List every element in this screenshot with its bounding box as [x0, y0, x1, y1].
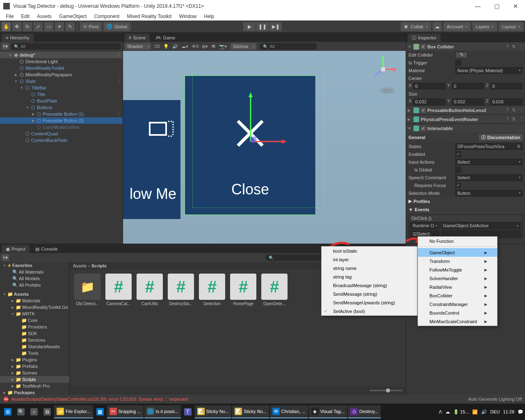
scale-tool-button[interactable]: ⤢ — [34, 22, 43, 31]
hierarchy-item[interactable]: ▶⬡MixedRealityPlayspace› — [0, 71, 123, 78]
fav-item[interactable]: 🔍 All Models — [0, 275, 69, 282]
gizmos-dropdown[interactable]: Gizmos — [231, 43, 256, 50]
preset-icon[interactable]: ⇅ — [512, 44, 516, 49]
menu-gameobject[interactable]: GameObject — [56, 13, 90, 20]
asset-item[interactable]: #CamUtils — [136, 274, 163, 306]
move-gizmo[interactable] — [247, 88, 288, 146]
documentation-button[interactable]: ⓘ Documentation — [479, 134, 523, 141]
tray-battery[interactable]: 🔋 15... — [453, 409, 469, 415]
cm-item[interactable]: BoxCollider▶ — [418, 291, 497, 300]
scene-search[interactable]: 🔍 All — [260, 43, 317, 50]
runtime-dropdown[interactable]: Runtime O — [411, 222, 439, 229]
center-y-input[interactable]: 0 — [452, 83, 484, 89]
fav-item[interactable]: 🔍 All Materials — [0, 269, 69, 275]
console-tab[interactable]: ▤ Console — [31, 245, 62, 253]
size-x-input[interactable]: 0.032 — [413, 98, 445, 105]
hierarchy-item[interactable]: ▼⬡Slate› — [0, 78, 123, 84]
cm-no-function[interactable]: No Function — [418, 237, 497, 245]
hierarchy-create-button[interactable]: +▾ — [2, 43, 9, 50]
cm-item[interactable]: BroadcastMessage (string) — [322, 281, 417, 290]
hierarchy-item[interactable]: ⬡Directional Light — [0, 58, 123, 65]
folder-item[interactable]: 📁 Providers — [0, 324, 69, 330]
error-message[interactable]: ⛔Assets\Scripts\DestroySlateController.c… — [3, 397, 188, 402]
collab-dropdown[interactable]: ◉ Collab — [401, 22, 431, 31]
cm-item[interactable]: FollowMeToggle▶ — [418, 265, 497, 274]
folder-item[interactable]: ▶📁 Plugins — [0, 356, 69, 363]
cm-item[interactable]: SolverHandler▶ — [418, 274, 497, 283]
global-toggle[interactable]: 🌐Global — [103, 22, 130, 31]
account-dropdown[interactable]: Account — [443, 22, 471, 31]
hierarchy-item[interactable]: ⬡Title — [0, 91, 123, 98]
hierarchy-tab[interactable]: ≡ Hierarchy — [2, 34, 34, 42]
scene-row[interactable]: ▼ ⬘ debug* ⋮ — [0, 52, 123, 58]
menu-help[interactable]: Help — [201, 13, 217, 20]
rect-tool-button[interactable]: ▭ — [44, 22, 53, 31]
asset-item[interactable]: #OpenDete... — [261, 274, 288, 306]
cm-item[interactable]: string name — [322, 264, 417, 272]
pressable-header[interactable]: ▶✓PressableButtonHoloLens2?⇅⋮ — [406, 105, 525, 114]
taskbar-chrome[interactable]: 🌐Is it possi... — [144, 405, 181, 418]
tray-volume-icon[interactable]: 🔊 — [481, 409, 487, 415]
hierarchy-item[interactable]: ⬡CarryModeOutline — [0, 124, 123, 130]
material-field[interactable]: None (Physic Material) — [455, 67, 523, 74]
taskbar-vs[interactable]: ◇Destroy... — [348, 405, 381, 418]
minimize-button[interactable]: — — [468, 0, 487, 12]
menu-window[interactable]: Window — [176, 13, 200, 20]
taskbar-outlook[interactable]: ✉Christian, ... — [270, 405, 308, 418]
asset-item[interactable]: #DestroySla... — [167, 274, 194, 306]
tray-onedrive-icon[interactable]: ☁ — [445, 409, 450, 415]
physical-header[interactable]: ▶PhysicalPressEventRouter?⇅⋮ — [406, 114, 525, 123]
search-button[interactable]: 🔍 — [15, 405, 27, 418]
help-icon[interactable]: ? — [506, 44, 509, 49]
cm-item[interactable]: string tag — [322, 272, 417, 281]
folder-item[interactable]: ▶📁 Scenes — [0, 370, 69, 376]
move-tool-button[interactable]: ✥ — [12, 22, 21, 31]
hierarchy-item[interactable]: ⬡MixedRealityToolkit — [0, 65, 123, 71]
profiles-section[interactable]: ▶ Profiles — [406, 197, 525, 205]
menu-assets[interactable]: Assets — [34, 13, 55, 20]
cm-item[interactable]: Transform▶ — [418, 257, 497, 265]
cm-item[interactable]: RadialView▶ — [418, 283, 497, 291]
folder-item[interactable]: ▶📁 MixedRealityToolkit.Ge — [0, 304, 69, 310]
fx-toggle-icon[interactable]: ☁▾ — [181, 44, 188, 49]
folder-item[interactable]: ▶📁 Materials — [0, 297, 69, 304]
interactable-header[interactable]: ▼✓Interactable — [406, 123, 525, 132]
tools-icon[interactable]: 🛠 — [211, 44, 216, 49]
folder-item[interactable]: 📁 StandardAssets — [0, 343, 69, 350]
hand-tool-button[interactable]: ✋ — [2, 22, 11, 31]
custom-tool-button[interactable]: ✎ — [66, 22, 75, 31]
speech-dropdown[interactable]: Select — [455, 174, 523, 181]
hierarchy-search[interactable]: 🔍 All — [11, 43, 121, 50]
menu-icon[interactable]: ⋮ — [519, 44, 523, 49]
states-field[interactable]: ⊡ FocusPressTouchGra⊙ — [455, 143, 523, 150]
orientation-gizmo[interactable]: x y — [369, 55, 397, 88]
cm-item[interactable]: SendMessageUpwards (string) — [322, 298, 417, 307]
menu-edit[interactable]: Edit — [18, 13, 33, 20]
input-actions-dropdown[interactable]: Select — [455, 159, 523, 165]
taskbar-snipping[interactable]: ✂Snipping ... — [107, 405, 144, 418]
cm-item[interactable]: MinMaxScaleConstraint▶ — [418, 317, 497, 326]
scene-tab[interactable]: # Scene — [125, 34, 150, 42]
hierarchy-item[interactable]: ⬡BackPlate — [0, 98, 123, 104]
requires-focus-checkbox[interactable]: ✓ — [455, 183, 461, 188]
folder-item[interactable]: ▼📁 MRTK — [0, 310, 69, 317]
asset-item[interactable]: #Detection — [199, 274, 226, 306]
size-y-input[interactable]: 0.032 — [452, 98, 484, 105]
folder-item[interactable]: 📁 Core — [0, 317, 69, 324]
lighting-toggle-icon[interactable]: 💡 — [163, 44, 169, 49]
is-trigger-checkbox[interactable] — [455, 60, 461, 66]
pause-button[interactable]: ❚❚ — [256, 22, 269, 31]
box-collider-enable-checkbox[interactable]: ✓ — [421, 44, 426, 49]
tray-expand-icon[interactable]: ᐱ — [439, 409, 442, 415]
layers-dropdown[interactable]: Layers — [472, 22, 497, 31]
folder-item[interactable]: 📁 Tools — [0, 350, 69, 356]
folder-item[interactable]: ▶📁 TextMesh Pro — [0, 383, 69, 389]
asset-item[interactable]: #HomePage — [230, 274, 257, 306]
taskbar-explorer[interactable]: 📁File Explor... — [54, 405, 93, 418]
tray-time[interactable]: 11:28 — [503, 409, 514, 414]
maximize-button[interactable]: ▢ — [487, 0, 506, 12]
cortana-button[interactable]: ○ — [28, 405, 40, 418]
fav-item[interactable]: 🔍 All Prefabs — [0, 282, 69, 288]
camera-icon[interactable]: 📷▾ — [219, 44, 227, 49]
task-view-button[interactable]: ⧉ — [41, 405, 53, 418]
